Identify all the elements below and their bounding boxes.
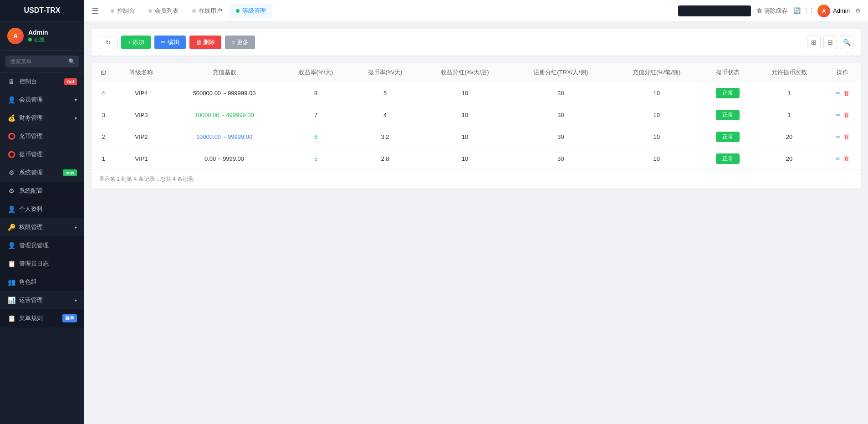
delete-row-button[interactable]: 🗑 [843, 90, 849, 97]
menu-toggle-icon[interactable]: ☰ [92, 6, 99, 16]
edit-row-button[interactable]: ✏ [836, 90, 841, 97]
col-profit-div: 收益分红(%/天/层) [419, 63, 510, 82]
table-row: 3 VIP3 10000.00 ~ 499999.00 7 4 10 30 10… [92, 104, 861, 126]
cell-recharge-div: 10 [611, 104, 702, 126]
delete-row-button[interactable]: 🗑 [843, 155, 849, 162]
tab-dot-icon [192, 9, 196, 13]
edit-row-button[interactable]: ✏ [836, 133, 841, 140]
cell-withdraw-rate: 3.2 [351, 126, 420, 148]
app-logo: USDT-TRX [0, 0, 84, 21]
cell-profit-div: 10 [419, 82, 510, 104]
sidebar-item-label: 系统管理 [19, 169, 43, 177]
sidebar-item-admins[interactable]: 👤 管理员管理 [0, 236, 84, 255]
more-button[interactable]: ≡ 更多 [225, 36, 255, 49]
cell-recharge-base: 500000.00 ~ 999999.00 [167, 82, 281, 104]
sidebar-item-menurules[interactable]: 📋 菜单规则 菜单 [0, 309, 84, 327]
sidebar-avatar: A [7, 28, 24, 44]
tab-dot-icon [148, 9, 152, 13]
sidebar-item-label: 充币管理 [19, 132, 43, 140]
cell-reg-div: 30 [510, 104, 611, 126]
cell-actions: ✏ 🗑 [825, 126, 861, 148]
profile-icon: 👤 [7, 205, 15, 213]
tab-dot-icon [236, 9, 240, 13]
members-icon: 👤 [7, 96, 15, 103]
search-button[interactable]: 🔍 [840, 36, 853, 49]
delete-row-button[interactable]: 🗑 [843, 112, 849, 118]
cell-recharge-base: 10000.00 ~ 99999.00 [167, 126, 281, 148]
topbar-expand-button[interactable]: ⛶ [806, 7, 812, 14]
cell-withdraw-rate: 5 [351, 82, 420, 104]
sidebar-item-dashboard[interactable]: 🖥 控制台 hot [0, 72, 84, 91]
rolegroup-icon: 👥 [7, 278, 15, 286]
cell-recharge-base: 0.00 ~ 9999.00 [167, 148, 281, 170]
sidebar-item-permissions[interactable]: 🔑 权限管理 ▾ [0, 218, 84, 236]
topbar-right: 🗑 清除缓存 🔄 ⛶ A Admin ⚙ [678, 5, 861, 17]
clear-cache-button[interactable]: 🗑 清除缓存 [756, 7, 788, 15]
cell-yield-rate: 7 [281, 104, 351, 126]
cell-status: 正常 [702, 148, 754, 170]
sidebar-item-rolegroup[interactable]: 👥 角色组 [0, 273, 84, 291]
edit-row-button[interactable]: ✏ [836, 112, 841, 118]
tab-members[interactable]: 会员列表 [142, 4, 185, 18]
delete-button[interactable]: 🗑 删除 [189, 36, 222, 49]
topbar-refresh-button[interactable]: 🔄 [793, 7, 801, 14]
cell-withdraw-rate: 2.8 [351, 148, 420, 170]
cell-allow-withdraw: 1 [754, 104, 824, 126]
chevron-down-icon: ▾ [75, 298, 77, 303]
topbar-settings-button[interactable]: ⚙ [855, 7, 861, 14]
sidebar-item-label: 提币管理 [19, 150, 43, 158]
table-row: 4 VIP4 500000.00 ~ 999999.00 8 5 10 30 1… [92, 82, 861, 104]
sidebar-item-members[interactable]: 👤 会员管理 ▾ [0, 91, 84, 109]
sidebar-username: Admin [28, 29, 48, 36]
sidebar: USDT-TRX A Admin 在线 🔍 🖥 控制台 hot 👤 会员管理 ▾ [0, 0, 84, 424]
sysconfig-icon: ⚙ [7, 187, 15, 194]
col-recharge-div: 充值分红(%/笔/佣) [611, 63, 702, 82]
edit-row-button[interactable]: ✏ [836, 155, 841, 162]
col-reg-div: 注册分红(TRX/人/佣) [510, 63, 611, 82]
sidebar-item-adminlog[interactable]: 📋 管理员日志 [0, 255, 84, 273]
refresh-button[interactable]: ↻ [99, 36, 117, 49]
view-grid-button[interactable]: ⊟ [823, 36, 837, 49]
col-id: ID [92, 63, 115, 82]
expand-icon: ⛶ [806, 7, 812, 14]
tab-levels[interactable]: 等级管理 [230, 4, 272, 18]
ops-icon: 📊 [7, 296, 15, 304]
cell-actions: ✏ 🗑 [825, 82, 861, 104]
cell-profit-div: 10 [419, 126, 510, 148]
table-header-row: ID 等级名称 充值基数 收益率(%/天) 提币率(%/天) 收益分红(%/天/… [92, 63, 861, 82]
dashboard-icon: 🖥 [7, 78, 15, 85]
cell-actions: ✏ 🗑 [825, 104, 861, 126]
sidebar-item-finance[interactable]: 💰 财务管理 ▾ [0, 109, 84, 127]
cell-recharge-base: 10000.00 ~ 499999.00 [167, 104, 281, 126]
sidebar-search-container: 🔍 [0, 51, 84, 72]
topbar-admin[interactable]: A Admin [817, 5, 850, 17]
adminlog-icon: 📋 [7, 260, 15, 267]
sidebar-item-withdraw[interactable]: ⭕ 提币管理 [0, 145, 84, 163]
cell-yield-rate: 6 [281, 126, 351, 148]
refresh-icon: ↻ [106, 39, 111, 46]
search-input[interactable] [5, 56, 79, 67]
sidebar-menu: 🖥 控制台 hot 👤 会员管理 ▾ 💰 财务管理 ▾ ⭕ 充币管理 ⭕ 提币管… [0, 72, 84, 424]
sidebar-item-ops[interactable]: 📊 运营管理 ▾ [0, 291, 84, 309]
sidebar-item-label: 菜单规则 [19, 314, 43, 322]
add-button[interactable]: + 添加 [121, 36, 151, 49]
cell-profit-div: 10 [419, 148, 510, 170]
content-area: ↻ + 添加 ✏ 编辑 🗑 删除 ≡ 更多 ⊞ ⊟ 🔍 ID 等级名称 充值基数… [84, 22, 868, 424]
sidebar-item-profile[interactable]: 👤 个人资料 [0, 200, 84, 218]
cell-yield-rate: 5 [281, 148, 351, 170]
sidebar-item-system[interactable]: ⚙ 系统管理 new [0, 163, 84, 182]
sidebar-item-label: 财务管理 [19, 114, 43, 122]
sidebar-user-info: Admin 在线 [28, 29, 48, 44]
cell-reg-div: 30 [510, 82, 611, 104]
tab-dashboard[interactable]: 控制台 [104, 4, 141, 18]
topbar-avatar: A [817, 5, 830, 17]
edit-button[interactable]: ✏ 编辑 [154, 36, 186, 49]
sidebar-item-recharge[interactable]: ⭕ 充币管理 [0, 127, 84, 145]
sidebar-item-sysconfig[interactable]: ⚙ 系统配置 [0, 182, 84, 200]
delete-row-button[interactable]: 🗑 [843, 133, 849, 140]
cell-actions: ✏ 🗑 [825, 148, 861, 170]
sidebar-item-label: 控制台 [19, 77, 37, 86]
view-table-button[interactable]: ⊞ [807, 36, 821, 49]
cell-recharge-div: 10 [611, 82, 702, 104]
tab-online[interactable]: 在线用户 [186, 4, 229, 18]
